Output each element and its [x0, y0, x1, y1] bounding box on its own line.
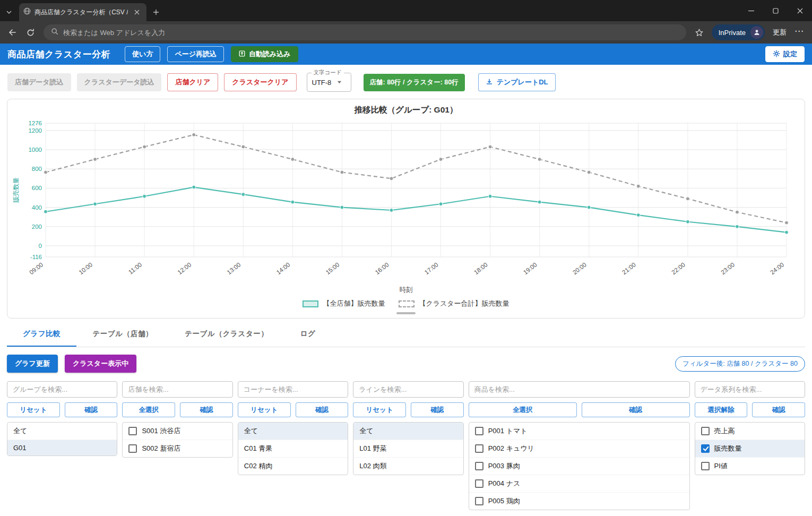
list-item[interactable]: 売上高	[695, 423, 805, 440]
checkbox-checked-icon[interactable]	[701, 444, 710, 453]
tab-close-icon[interactable]	[132, 7, 142, 18]
inprivate-badge[interactable]: InPrivate	[712, 24, 765, 40]
group-reset-button[interactable]: リセット	[7, 402, 60, 417]
line-reset-button[interactable]: リセット	[353, 402, 406, 417]
list-item[interactable]: P001 トマト	[469, 423, 689, 440]
checkbox-icon[interactable]	[475, 497, 483, 505]
list-item[interactable]: L02 肉類	[353, 457, 463, 475]
checkbox-icon[interactable]	[475, 444, 483, 453]
list-item[interactable]: 全て	[238, 423, 348, 440]
list-item[interactable]: C02 精肉	[238, 457, 348, 475]
product-select-all-button[interactable]: 全選択	[469, 402, 577, 417]
tab-search-chevron-icon[interactable]	[0, 3, 18, 21]
line-search-input[interactable]	[353, 381, 463, 398]
product-confirm-button[interactable]: 確認	[582, 402, 690, 417]
series-confirm-button[interactable]: 確認	[752, 402, 805, 417]
chart-title: 推移比較（グループ: G01）	[12, 105, 800, 116]
list-item[interactable]: P004 ナス	[469, 475, 689, 492]
browser-update-button[interactable]: 更新	[769, 28, 790, 37]
auto-load-button[interactable]: 自動読み込み	[231, 46, 298, 62]
clear-store-button[interactable]: 店舗クリア	[167, 73, 218, 91]
clear-cluster-button[interactable]: クラスタークリア	[224, 73, 296, 91]
settings-label: 設定	[783, 49, 797, 59]
tab-table-cluster[interactable]: テーブル（クラスター）	[169, 322, 284, 347]
settings-button[interactable]: 設定	[765, 46, 805, 62]
list-item[interactable]: C01 青果	[238, 440, 348, 457]
load-store-data-button[interactable]: 店舗データ読込	[7, 73, 71, 91]
svg-text:-116: -116	[30, 254, 42, 260]
store-search-input[interactable]	[122, 381, 232, 398]
series-search-input[interactable]	[695, 381, 805, 398]
list-item[interactable]: 販売数量	[695, 440, 805, 457]
app-title: 商品店舗クラスター分析	[7, 48, 110, 61]
browser-tab-strip: 商品店舗クラスター分析（CSV / MUI	[0, 0, 812, 21]
list-item-label: 販売数量	[714, 444, 742, 453]
checkbox-icon[interactable]	[475, 427, 483, 435]
svg-text:09:00: 09:00	[28, 261, 44, 276]
list-item[interactable]: S002 新宿店	[123, 440, 232, 457]
template-download-button[interactable]: テンプレートDL	[478, 73, 556, 91]
list-item-label: S001 渋谷店	[142, 426, 180, 436]
checkbox-icon[interactable]	[701, 427, 710, 435]
checkbox-icon[interactable]	[128, 427, 137, 435]
store-confirm-button[interactable]: 確認	[180, 402, 233, 417]
product-search-input[interactable]	[469, 381, 690, 398]
line-confirm-button[interactable]: 確認	[411, 402, 464, 417]
resize-handle[interactable]	[396, 312, 416, 314]
tab-table-store[interactable]: テーブル（店舗）	[76, 322, 169, 347]
group-confirm-button[interactable]: 確認	[65, 402, 118, 417]
list-item[interactable]: S001 渋谷店	[123, 423, 232, 440]
checkbox-icon[interactable]	[475, 479, 483, 488]
update-graph-button[interactable]: グラフ更新	[7, 355, 58, 373]
page-reload-button[interactable]: ページ再読込	[167, 46, 224, 62]
filter-series-column: 選択解除 確認 売上高販売数量PI値	[695, 381, 805, 475]
svg-text:19:00: 19:00	[522, 261, 538, 276]
checkbox-icon[interactable]	[701, 462, 710, 470]
close-window-button[interactable]	[788, 0, 812, 21]
list-item-label: L01 野菜	[359, 444, 386, 453]
svg-text:200: 200	[32, 223, 42, 230]
trend-chart[interactable]: -116020040060080010001200127609:0010:001…	[12, 118, 799, 286]
load-cluster-data-button[interactable]: クラスターデータ読込	[77, 73, 162, 91]
group-filter-buttons: リセット 確認	[7, 402, 117, 417]
new-tab-icon[interactable]	[151, 7, 161, 18]
legend-swatch-solid	[303, 300, 318, 307]
legend-item-cluster-total[interactable]: 【クラスター合計】販売数量	[399, 299, 509, 308]
group-search-input[interactable]	[7, 381, 117, 398]
list-item[interactable]: 全て	[7, 423, 117, 440]
list-item[interactable]: 全て	[353, 423, 463, 440]
corner-search-input[interactable]	[238, 381, 348, 398]
tab-graph-compare[interactable]: グラフ比較	[7, 322, 76, 347]
maximize-button[interactable]	[763, 0, 788, 21]
encoding-select[interactable]: 文字コード UTF-8	[307, 73, 351, 92]
address-input[interactable]	[63, 29, 679, 37]
store-select-all-button[interactable]: 全選択	[122, 402, 175, 417]
list-item[interactable]: G01	[7, 440, 117, 455]
x-axis-title: 時刻	[12, 286, 800, 295]
store-list: S001 渋谷店S002 新宿店	[122, 422, 232, 458]
svg-text:12:00: 12:00	[176, 261, 192, 276]
corner-reset-button[interactable]: リセット	[238, 402, 291, 417]
checkbox-icon[interactable]	[475, 462, 483, 470]
list-item[interactable]: P002 キュウリ	[469, 440, 689, 457]
address-bar[interactable]	[44, 24, 686, 40]
back-icon[interactable]	[4, 24, 20, 40]
upload-icon	[238, 50, 246, 59]
favorites-star-icon[interactable]	[692, 24, 707, 40]
list-item[interactable]: P003 豚肉	[469, 457, 689, 475]
profile-avatar[interactable]	[750, 26, 763, 39]
minimize-button[interactable]	[739, 0, 763, 21]
corner-confirm-button[interactable]: 確認	[296, 402, 349, 417]
refresh-icon[interactable]	[22, 24, 38, 40]
tab-log[interactable]: ログ	[284, 322, 332, 347]
list-item[interactable]: L01 野菜	[353, 440, 463, 457]
browser-tab[interactable]: 商品店舗クラスター分析（CSV / MUI	[19, 3, 146, 21]
list-item[interactable]: PI値	[695, 457, 805, 475]
cluster-display-toggle-button[interactable]: クラスター表示中	[65, 355, 136, 373]
series-deselect-button[interactable]: 選択解除	[695, 402, 748, 417]
help-button[interactable]: 使い方	[125, 46, 160, 62]
browser-menu-icon[interactable]: ⋯	[792, 25, 808, 40]
checkbox-icon[interactable]	[128, 444, 137, 453]
legend-item-all-stores[interactable]: 【全店舗】販売数量	[303, 299, 385, 308]
list-item[interactable]: P005 鶏肉	[469, 492, 689, 510]
